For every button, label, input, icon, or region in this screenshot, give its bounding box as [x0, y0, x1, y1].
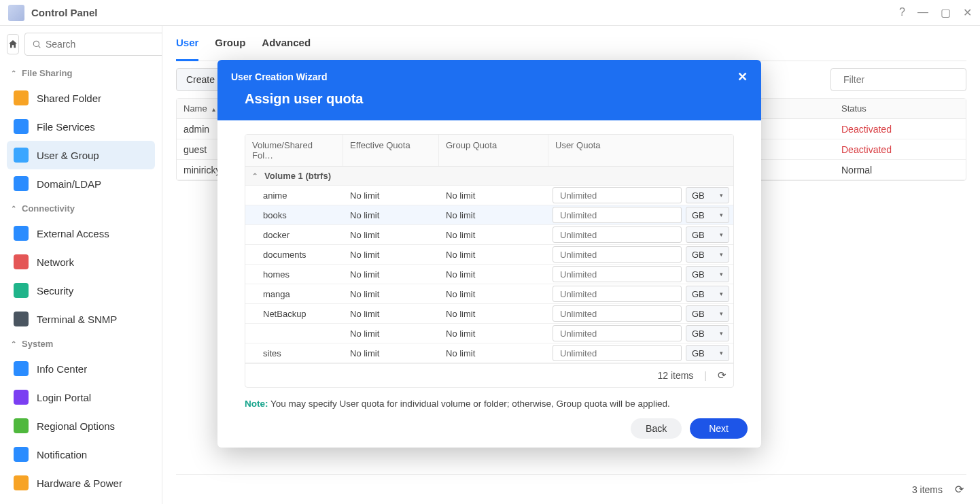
quota-row[interactable]: booksNo limitNo limitGB▾: [245, 205, 733, 225]
minimize-icon[interactable]: —: [917, 6, 928, 19]
quota-row[interactable]: dockerNo limitNo limitGB▾: [245, 225, 733, 245]
chevron-down-icon: ▾: [720, 310, 723, 317]
close-icon[interactable]: ✕: [963, 6, 972, 19]
collapse-icon: ⌃: [252, 172, 258, 180]
refresh-icon[interactable]: ⟳: [955, 483, 964, 496]
chevron-up-icon: ⌃: [11, 340, 16, 348]
quota-row[interactable]: NetBackupNo limitNo limitGB▾: [245, 304, 733, 324]
quota-cell-effective: No limit: [343, 190, 439, 201]
quota-unit-select[interactable]: GB▾: [686, 305, 729, 322]
quota-row[interactable]: No limitNo limitGB▾: [245, 324, 733, 343]
quota-unit-select[interactable]: GB▾: [686, 325, 729, 341]
unit-label: GB: [692, 269, 705, 280]
quota-cell-effective: No limit: [343, 309, 439, 319]
maximize-icon[interactable]: ▢: [941, 6, 951, 19]
quota-input[interactable]: [553, 207, 682, 223]
sidebar-item-domain-ldap[interactable]: Domain/LDAP: [7, 169, 155, 198]
quota-cell-effective: No limit: [343, 348, 439, 358]
quota-unit-select[interactable]: GB▾: [686, 226, 729, 243]
quota-unit-select[interactable]: GB▾: [686, 286, 729, 302]
quota-input[interactable]: [553, 187, 682, 203]
sidebar-item-external-access[interactable]: External Access: [7, 219, 155, 248]
sidebar-item-hardware-power[interactable]: Hardware & Power: [7, 469, 155, 497]
quota-input[interactable]: [553, 246, 682, 263]
section-header[interactable]: ⌃File Sharing: [7, 63, 155, 84]
help-icon[interactable]: ?: [899, 6, 905, 19]
quota-item-count: 12 items: [657, 370, 693, 381]
sidebar-item-file-services[interactable]: File Services: [7, 112, 155, 141]
sidebar-item-label: User & Group: [37, 150, 99, 161]
next-button[interactable]: Next: [690, 418, 748, 439]
quota-unit-select[interactable]: GB▾: [686, 187, 729, 203]
quota-cell-effective: No limit: [343, 289, 439, 299]
sidebar-item-icon: [14, 148, 29, 163]
home-button[interactable]: [7, 34, 19, 54]
sidebar-item-shared-folder[interactable]: Shared Folder: [7, 84, 155, 112]
quota-input[interactable]: [553, 286, 682, 302]
quota-row[interactable]: homesNo limitNo limitGB▾: [245, 265, 733, 284]
chevron-down-icon: ▾: [720, 350, 723, 356]
quota-unit-select[interactable]: GB▾: [686, 345, 729, 361]
back-button[interactable]: Back: [631, 418, 682, 439]
sidebar-item-network[interactable]: Network: [7, 248, 155, 276]
note-text: You may specify User quota for individua…: [270, 399, 670, 409]
sidebar-item-label: Terminal & SNMP: [37, 314, 117, 325]
quota-unit-select[interactable]: GB▾: [686, 246, 729, 263]
quota-input[interactable]: [553, 325, 682, 341]
unit-label: GB: [692, 190, 705, 201]
window-controls: ? — ▢ ✕: [899, 6, 972, 19]
quota-cell-name: books: [245, 210, 343, 220]
sidebar-item-icon: [14, 226, 29, 241]
quota-row[interactable]: mangaNo limitNo limitGB▾: [245, 284, 733, 304]
modal-footer: Back Next: [217, 409, 761, 448]
col-status-header[interactable]: Status: [836, 103, 966, 114]
sidebar-item-login-portal[interactable]: Login Portal: [7, 383, 155, 411]
col-user-quota[interactable]: User Quota: [548, 135, 733, 166]
modal-close-icon[interactable]: ✕: [737, 69, 748, 84]
sidebar-item-label: Hardware & Power: [37, 477, 122, 489]
section-label: System: [22, 339, 53, 349]
col-volume-shared-folder[interactable]: Volume/Shared Fol…: [245, 135, 343, 166]
sidebar-item-icon: [14, 475, 29, 490]
quota-cell-group: No limit: [439, 190, 548, 201]
quota-cell-user: GB▾: [548, 186, 733, 205]
col-effective-quota[interactable]: Effective Quota: [343, 135, 439, 166]
quota-input[interactable]: [553, 305, 682, 322]
tab-advanced[interactable]: Advanced: [262, 37, 311, 54]
quota-group-row[interactable]: ⌃ Volume 1 (btrfs): [245, 167, 733, 186]
sidebar-item-label: Notification: [37, 449, 87, 460]
chevron-down-icon: ▾: [720, 192, 723, 199]
search-input[interactable]: [46, 39, 162, 50]
quota-input[interactable]: [553, 345, 682, 361]
quota-row[interactable]: animeNo limitNo limitGB▾: [245, 186, 733, 205]
sidebar-item-info-center[interactable]: Info Center: [7, 354, 155, 383]
sidebar-item-regional-options[interactable]: Regional Options: [7, 411, 155, 440]
quota-cell-user: GB▾: [548, 304, 733, 323]
sidebar-item-terminal-snmp[interactable]: Terminal & SNMP: [7, 305, 155, 333]
refresh-icon[interactable]: ⟳: [718, 369, 727, 382]
quota-cell-name: anime: [245, 190, 343, 201]
section-header[interactable]: ⌃Connectivity: [7, 198, 155, 219]
filter-input[interactable]: [843, 74, 962, 85]
sidebar-item-security[interactable]: Security: [7, 276, 155, 305]
cell-status: Deactivated: [836, 144, 966, 155]
quota-row[interactable]: documentsNo limitNo limitGB▾: [245, 245, 733, 265]
sidebar-item-notification[interactable]: Notification: [7, 440, 155, 469]
quota-unit-select[interactable]: GB▾: [686, 266, 729, 282]
tab-user[interactable]: User: [176, 37, 198, 61]
tab-group[interactable]: Group: [215, 37, 245, 54]
filter-field[interactable]: [830, 68, 966, 91]
quota-input[interactable]: [553, 226, 682, 243]
quota-input[interactable]: [553, 266, 682, 282]
sidebar-item-user-group[interactable]: User & Group: [7, 141, 155, 169]
sort-icon: ▴: [212, 105, 215, 113]
svg-line-1: [39, 46, 41, 48]
quota-cell-name: NetBackup: [245, 309, 343, 319]
col-group-quota[interactable]: Group Quota: [439, 135, 548, 166]
quota-unit-select[interactable]: GB▾: [686, 207, 729, 223]
sidebar-search[interactable]: [24, 33, 162, 56]
sidebar-item-icon: [14, 283, 29, 298]
quota-row[interactable]: sitesNo limitNo limitGB▾: [245, 343, 733, 363]
section-label: Connectivity: [22, 203, 75, 214]
section-header[interactable]: ⌃System: [7, 333, 155, 354]
